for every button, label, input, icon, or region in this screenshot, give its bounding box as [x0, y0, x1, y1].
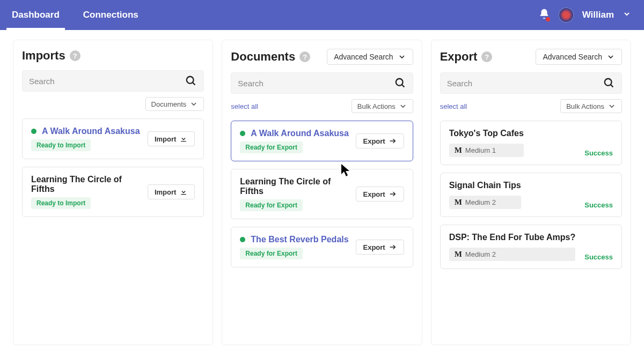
imports-actions: Documents [22, 97, 204, 111]
export-title: Export [440, 50, 478, 64]
export-column: Export ? Advanced Search select all Bulk… [431, 40, 631, 345]
import-button[interactable]: Import [148, 184, 195, 199]
card-title[interactable]: DSP: The End For Tube Amps? [449, 233, 576, 242]
svg-line-1 [193, 83, 195, 85]
medium-icon: M [455, 250, 462, 259]
status-dot-icon [240, 131, 245, 136]
svg-point-4 [605, 79, 612, 86]
app-header: Dashboard Connections William [0, 0, 644, 30]
chevron-down-icon [606, 53, 615, 61]
medium-icon: M [455, 146, 462, 155]
help-icon[interactable]: ? [299, 51, 310, 62]
imports-filter-dropdown[interactable]: Documents [145, 97, 204, 111]
nav-tabs: Dashboard Connections [0, 0, 150, 30]
bulk-actions-dropdown[interactable]: Bulk Actions [352, 99, 413, 113]
documents-search[interactable] [231, 72, 413, 94]
result-label: Success [584, 201, 613, 209]
import-button[interactable]: Import [148, 131, 195, 146]
documents-header: Documents ? Advanced Search [231, 49, 413, 65]
card-title[interactable]: Tokyo's Top Cafes [449, 129, 524, 138]
user-menu-toggle[interactable] [623, 10, 631, 20]
select-all-link[interactable]: select all [231, 102, 258, 110]
documents-column: Documents ? Advanced Search select all B… [222, 40, 422, 345]
result-label: Success [584, 253, 613, 261]
search-icon [394, 77, 406, 89]
arrow-right-icon [389, 243, 397, 251]
tab-dashboard[interactable]: Dashboard [0, 0, 71, 30]
status-pill: Ready for Export [240, 199, 303, 211]
card-title[interactable]: Signal Chain Tips [449, 181, 521, 190]
status-pill: Ready for Export [240, 248, 303, 259]
export-button[interactable]: Export [356, 240, 404, 255]
arrow-right-icon [389, 190, 397, 198]
advanced-search-button[interactable]: Advanced Search [327, 49, 413, 65]
username-label: William [582, 10, 614, 20]
imports-header: Imports ? [22, 49, 204, 63]
export-actions: select all Bulk Actions [440, 99, 622, 113]
chevron-down-icon [189, 100, 198, 108]
chevron-down-icon [608, 102, 616, 110]
export-search[interactable] [440, 72, 622, 94]
search-input[interactable] [29, 77, 185, 86]
export-header: Export ? Advanced Search [440, 49, 622, 65]
avatar[interactable] [559, 8, 574, 23]
card-title[interactable]: The Best Reverb Pedals [251, 235, 348, 244]
card-title[interactable]: Learning The Circle of Fifths [31, 175, 148, 194]
export-button[interactable]: Export [356, 187, 404, 202]
destination-chip: M Medium 1 [449, 144, 524, 157]
status-dot-icon [31, 129, 36, 134]
advanced-search-button[interactable]: Advanced Search [536, 49, 622, 65]
chevron-down-icon [399, 102, 407, 110]
export-card[interactable]: DSP: The End For Tube Amps? M Medium 2 S… [440, 225, 622, 269]
svg-point-0 [187, 77, 194, 84]
document-card[interactable]: A Walk Around Asakusa Ready for Export E… [231, 121, 413, 161]
imports-search[interactable] [22, 70, 204, 92]
search-input[interactable] [447, 79, 603, 88]
card-title[interactable]: Learning The Circle of Fifths [240, 177, 356, 196]
help-icon[interactable]: ? [481, 51, 492, 62]
bulk-actions-dropdown[interactable]: Bulk Actions [560, 99, 622, 113]
header-right: William [538, 8, 631, 23]
download-icon [179, 188, 188, 196]
document-card[interactable]: Learning The Circle of Fifths Ready for … [231, 169, 413, 219]
chevron-down-icon [623, 10, 631, 18]
help-icon[interactable]: ? [70, 50, 80, 61]
search-icon [603, 77, 615, 89]
documents-actions: select all Bulk Actions [231, 99, 413, 113]
status-dot-icon [240, 237, 245, 242]
destination-chip: M Medium 2 [449, 196, 521, 209]
tab-connections[interactable]: Connections [71, 0, 150, 30]
import-card[interactable]: A Walk Around Asakusa Ready to Import Im… [22, 118, 204, 159]
card-title[interactable]: A Walk Around Asakusa [42, 126, 140, 136]
svg-line-5 [611, 85, 613, 87]
documents-title: Documents [231, 50, 295, 64]
destination-chip: M Medium 2 [449, 248, 576, 261]
imports-column: Imports ? Documents A Walk Around Asakus… [13, 40, 213, 345]
document-card[interactable]: The Best Reverb Pedals Ready for Export … [231, 227, 413, 267]
columns: Imports ? Documents A Walk Around Asakus… [0, 30, 644, 350]
notifications-button[interactable] [538, 8, 550, 22]
status-pill: Ready for Export [240, 142, 303, 153]
notification-dot-icon [546, 17, 550, 21]
chevron-down-icon [398, 53, 406, 61]
svg-point-2 [396, 79, 402, 86]
export-card[interactable]: Signal Chain Tips M Medium 2 Success [440, 173, 622, 217]
status-pill: Ready to Import [31, 197, 91, 209]
import-card[interactable]: Learning The Circle of Fifths Ready to I… [22, 167, 204, 217]
arrow-right-icon [389, 137, 397, 145]
svg-line-3 [401, 85, 404, 87]
result-label: Success [584, 149, 613, 157]
imports-filter-label: Documents [151, 100, 187, 108]
search-input[interactable] [238, 79, 394, 88]
select-all-link[interactable]: select all [440, 102, 467, 110]
status-pill: Ready to Import [31, 139, 91, 151]
download-icon [179, 135, 188, 143]
imports-title: Imports [22, 49, 65, 63]
search-icon [185, 75, 197, 87]
export-button[interactable]: Export [356, 133, 404, 148]
card-title[interactable]: A Walk Around Asakusa [251, 129, 349, 138]
export-card[interactable]: Tokyo's Top Cafes M Medium 1 Success [440, 121, 622, 165]
medium-icon: M [455, 198, 462, 207]
